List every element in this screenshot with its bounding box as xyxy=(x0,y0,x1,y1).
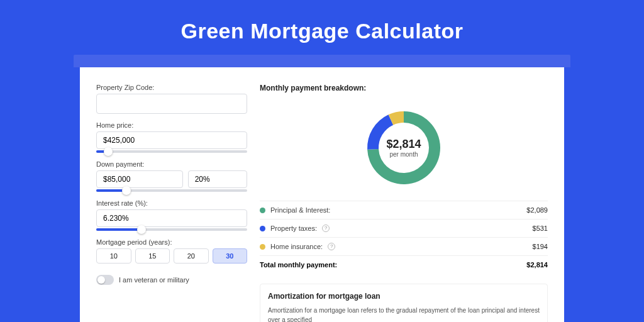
interest-slider[interactable] xyxy=(96,228,247,231)
legend-total-value: $2,814 xyxy=(526,261,548,269)
page-title: Green Mortgage Calculator xyxy=(0,0,644,55)
breakdown-column: Monthly payment breakdown: $2,814 per mo… xyxy=(260,84,548,322)
card-shadow-step xyxy=(74,55,570,67)
period-15-button[interactable]: 15 xyxy=(135,248,170,264)
legend: Principal & Interest:$2,089Property taxe… xyxy=(260,201,548,274)
veteran-label: I am veteran or military xyxy=(119,276,189,284)
down-payment-field: Down payment: xyxy=(96,160,247,192)
down-payment-slider[interactable] xyxy=(96,189,247,192)
period-label: Mortgage period (years): xyxy=(96,238,247,246)
interest-input[interactable] xyxy=(96,209,247,227)
legend-total-row: Total monthly payment:$2,814 xyxy=(260,255,548,274)
interest-field: Interest rate (%): xyxy=(96,199,247,231)
amort-card: Amortization for mortgage loan Amortizat… xyxy=(260,284,548,322)
legend-row: Property taxes: ?$531 xyxy=(260,219,548,237)
interest-slider-thumb[interactable] xyxy=(137,225,146,234)
down-payment-label: Down payment: xyxy=(96,160,247,168)
help-icon[interactable]: ? xyxy=(328,243,335,250)
breakdown-title: Monthly payment breakdown: xyxy=(260,84,548,92)
legend-label: Property taxes: xyxy=(270,225,317,232)
legend-dot-icon xyxy=(260,226,265,231)
zip-input[interactable] xyxy=(96,94,247,114)
legend-row: Principal & Interest:$2,089 xyxy=(260,201,548,219)
veteran-toggle[interactable] xyxy=(96,275,114,285)
period-20-button[interactable]: 20 xyxy=(174,248,209,264)
donut-chart: $2,814 per month xyxy=(364,108,444,188)
period-10-button[interactable]: 10 xyxy=(96,248,131,264)
home-price-label: Home price: xyxy=(96,121,247,129)
legend-dot-icon xyxy=(260,208,265,213)
period-field: Mortgage period (years): 10152030 xyxy=(96,238,247,264)
help-icon[interactable]: ? xyxy=(322,225,330,232)
calculator-card: Property Zip Code: Home price: Down paym… xyxy=(80,67,564,322)
home-price-slider[interactable] xyxy=(96,150,247,153)
down-payment-pct-input[interactable] xyxy=(188,170,247,188)
legend-label: Principal & Interest: xyxy=(270,206,330,214)
legend-value: $531 xyxy=(533,225,548,232)
legend-value: $194 xyxy=(533,243,548,250)
period-30-button[interactable]: 30 xyxy=(213,248,248,264)
donut-amount: $2,814 xyxy=(386,138,421,151)
veteran-row: I am veteran or military xyxy=(96,271,247,285)
donut-sub: per month xyxy=(389,151,418,158)
legend-label: Home insurance: xyxy=(270,243,323,250)
legend-total-label: Total monthly payment: xyxy=(260,261,337,269)
legend-value: $2,089 xyxy=(526,206,548,214)
home-price-field: Home price: xyxy=(96,121,247,153)
home-price-slider-thumb[interactable] xyxy=(104,147,113,156)
down-payment-input[interactable] xyxy=(96,170,183,188)
amort-text: Amortization for a mortgage loan refers … xyxy=(268,306,540,322)
home-price-input[interactable] xyxy=(96,131,247,149)
zip-field: Property Zip Code: xyxy=(96,84,247,114)
interest-label: Interest rate (%): xyxy=(96,199,247,207)
period-button-row: 10152030 xyxy=(96,248,247,264)
donut-center: $2,814 per month xyxy=(364,108,444,188)
legend-row: Home insurance: ?$194 xyxy=(260,237,548,255)
interest-slider-fill xyxy=(96,228,142,231)
zip-label: Property Zip Code: xyxy=(96,84,247,91)
donut-wrap: $2,814 per month xyxy=(260,103,548,191)
amort-title: Amortization for mortgage loan xyxy=(268,292,540,301)
legend-dot-icon xyxy=(260,244,265,250)
down-payment-slider-thumb[interactable] xyxy=(122,186,131,195)
form-column: Property Zip Code: Home price: Down paym… xyxy=(96,84,247,322)
